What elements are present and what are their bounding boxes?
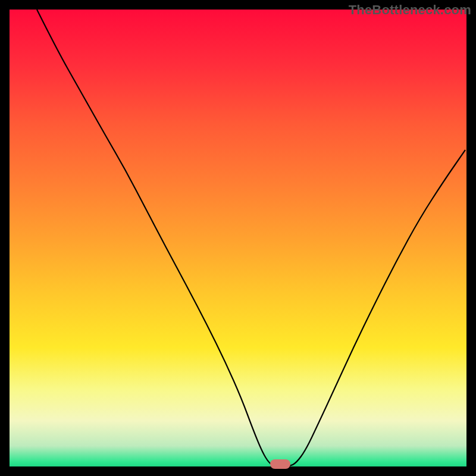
target-marker <box>270 459 290 469</box>
bottleneck-chart: TheBottleneck.com <box>0 0 476 476</box>
plot-background <box>10 10 466 466</box>
watermark-text: TheBottleneck.com <box>349 2 471 18</box>
chart-svg <box>0 0 476 476</box>
